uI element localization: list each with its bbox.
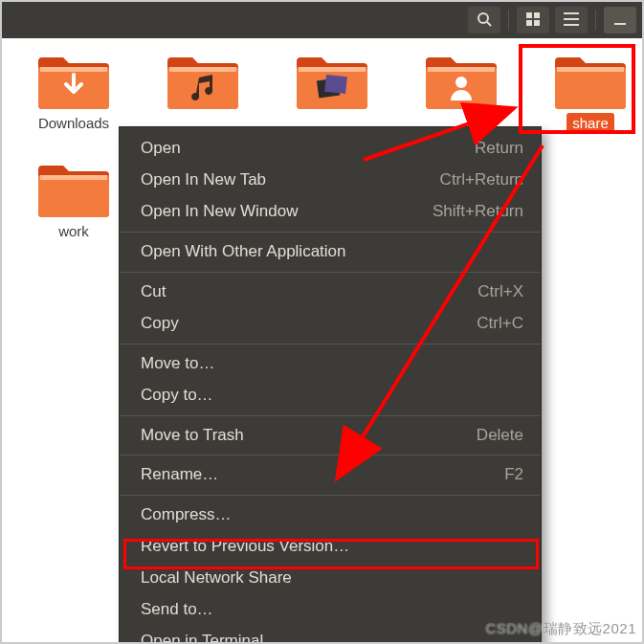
person-icon (443, 73, 479, 101)
menu-separator (120, 455, 541, 455)
menu-item-open[interactable]: OpenReturn (120, 133, 541, 165)
hamburger-icon (564, 12, 579, 29)
shortcut-label: Shift+Return (433, 201, 523, 223)
menu-item-copy[interactable]: CopyCtrl+C (120, 308, 541, 340)
svg-point-13 (455, 77, 467, 88)
svg-rect-5 (534, 20, 540, 26)
menu-item-compress[interactable]: Compress… (120, 500, 541, 531)
folder-share[interactable]: share (538, 50, 643, 133)
photos-icon (314, 73, 350, 101)
menu-item-move-to[interactable]: Move to… (120, 348, 541, 380)
menu-item-open-new-window[interactable]: Open In New WindowShift+Return (120, 196, 541, 228)
svg-rect-2 (526, 12, 532, 18)
window-minimize-button[interactable] (604, 7, 636, 33)
folder-icon (38, 50, 109, 109)
header-separator (595, 10, 596, 31)
shortcut-label: Ctrl+Return (440, 169, 523, 191)
hamburger-menu-button[interactable] (555, 7, 588, 33)
folder-icon (167, 50, 238, 109)
svg-point-0 (478, 13, 488, 23)
folder-icon (297, 50, 367, 109)
svg-rect-6 (564, 12, 579, 14)
watermark: CSDN@瑞静致远2021 (485, 620, 636, 638)
svg-rect-8 (564, 24, 579, 26)
menu-item-revert[interactable]: Revert to Previous Version… (120, 531, 541, 563)
shortcut-label: Ctrl+X (477, 281, 523, 303)
menu-item-open-new-tab[interactable]: Open In New TabCtrl+Return (120, 165, 541, 196)
icon-view[interactable]: Downloads Music Pictures Public (2, 38, 642, 644)
grid-icon (526, 12, 540, 29)
view-grid-button[interactable] (517, 7, 549, 33)
folder-public[interactable]: Public (409, 50, 514, 109)
folder-pictures[interactable]: Pictures (279, 50, 385, 109)
folder-icon (38, 158, 109, 217)
menu-item-move-to-trash[interactable]: Move to TrashDelete (120, 420, 541, 452)
svg-rect-4 (526, 20, 532, 26)
minimize-icon (614, 12, 626, 29)
menu-item-local-network-share[interactable]: Local Network Share (120, 563, 541, 594)
download-arrow-icon (56, 73, 92, 101)
folder-label: share (566, 113, 614, 133)
folder-icon (555, 50, 626, 109)
menu-item-open-terminal[interactable]: Open in Terminal (120, 626, 541, 644)
header-separator (508, 10, 509, 31)
folder-work[interactable]: work (21, 158, 126, 241)
music-note-icon (185, 73, 221, 101)
shortcut-label: F2 (504, 464, 523, 486)
menu-item-cut[interactable]: CutCtrl+X (120, 277, 541, 308)
menu-item-open-with[interactable]: Open With Other Application (120, 236, 541, 268)
svg-rect-3 (534, 12, 540, 18)
file-manager-header (2, 2, 642, 38)
svg-line-1 (487, 22, 491, 26)
folder-label: Downloads (33, 113, 115, 133)
menu-separator (120, 232, 541, 233)
svg-rect-7 (564, 18, 579, 20)
shortcut-label: Delete (477, 425, 523, 447)
folder-music[interactable]: Music (150, 50, 255, 109)
folder-context-menu: OpenReturn Open In New TabCtrl+Return Op… (119, 126, 542, 644)
menu-separator (120, 344, 541, 344)
search-icon (477, 11, 492, 30)
svg-rect-9 (614, 23, 626, 25)
menu-separator (120, 272, 541, 273)
menu-item-rename[interactable]: Rename…F2 (120, 459, 541, 491)
menu-separator (120, 495, 541, 496)
folder-downloads[interactable]: Downloads (21, 50, 126, 133)
svg-rect-12 (324, 75, 347, 94)
shortcut-label: Return (475, 138, 523, 160)
search-button[interactable] (468, 7, 500, 33)
menu-item-send-to[interactable]: Send to… (120, 594, 541, 626)
shortcut-label: Ctrl+C (477, 313, 523, 335)
folder-icon (426, 50, 497, 109)
menu-item-copy-to[interactable]: Copy to… (120, 380, 541, 411)
folder-label: work (53, 221, 95, 241)
menu-separator (120, 415, 541, 416)
